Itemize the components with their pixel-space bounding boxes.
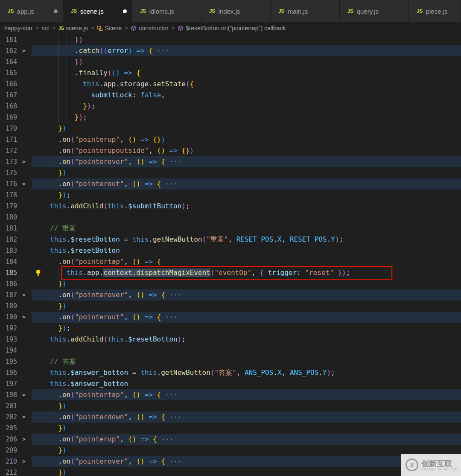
indent-guide: [42, 345, 50, 356]
code-token: this: [83, 80, 99, 88]
fold-chevron-icon[interactable]: >: [22, 289, 26, 301]
code-line-content: .on("pointertap", () => {: [17, 256, 461, 267]
indent-guide: [58, 45, 66, 56]
line-number: 210: [0, 456, 17, 467]
code-token: ,: [282, 368, 290, 377]
code-line-183[interactable]: 183this.$resetBotton: [0, 245, 461, 256]
code-line-178[interactable]: 178});: [0, 190, 461, 201]
code-token: {: [157, 313, 161, 321]
code-line-168[interactable]: 168});: [0, 101, 461, 112]
code-line-190[interactable]: 190>.on("pointerout", () => { ···: [0, 312, 461, 323]
code-line-201[interactable]: 201}): [0, 400, 461, 412]
code-line-165[interactable]: 165.finally(() => {: [0, 67, 461, 79]
breadcrumb-item-0[interactable]: happy-star: [4, 25, 32, 32]
code-line-186[interactable]: 186}): [0, 278, 461, 289]
code-token: (): [136, 457, 144, 465]
indent-pad: [17, 301, 34, 312]
code-token: .app.: [83, 269, 103, 277]
tab-idioms-js[interactable]: JSidioms.js: [132, 0, 201, 22]
code-line-185[interactable]: 185this.app.context.dispatchMagixEvent("…: [0, 267, 461, 278]
breadcrumb-item-5[interactable]: $resetBotton.on("pointertap") callback: [178, 25, 286, 32]
code-token: [136, 435, 140, 443]
indent-guide: [34, 334, 42, 345]
code-line-166[interactable]: 166this.app.storage.setState({: [0, 79, 461, 90]
code-token: .: [67, 235, 71, 243]
code-line-184[interactable]: 184.on("pointertap", () => {: [0, 256, 461, 267]
code-line-175[interactable]: 175}): [0, 167, 461, 178]
breadcrumb-separator-icon: >: [125, 25, 128, 31]
indent-guide: [34, 389, 42, 400]
indent-pad: [17, 101, 34, 112]
tab-index-js[interactable]: JSindex.js: [201, 0, 271, 22]
code-line-198[interactable]: 198>.on("pointertap", () => { ···: [0, 389, 461, 400]
fold-chevron-icon[interactable]: >: [22, 312, 26, 323]
breadcrumb-separator-icon: >: [172, 25, 175, 31]
code-token: .: [58, 291, 62, 299]
indent-guide: [50, 56, 58, 67]
code-line-196[interactable]: 196this.$answer_botton = this.getNewButt…: [0, 367, 461, 378]
fold-chevron-icon[interactable]: >: [22, 156, 26, 167]
line-number: 162: [0, 45, 17, 56]
code-line-172[interactable]: 172.on("pointerupoutside", () => {}): [0, 145, 461, 156]
indent-guide: [34, 467, 42, 476]
breadcrumb-item-4[interactable]: constructor: [131, 25, 168, 32]
indent-guide: [50, 134, 58, 145]
code-line-182[interactable]: 182this.$resetBotton = this.getNewButton…: [0, 234, 461, 245]
indent-guide: [34, 301, 42, 312]
code-token: .: [273, 368, 277, 377]
code-line-189[interactable]: 189}): [0, 301, 461, 312]
code-token: (: [70, 391, 75, 399]
tab-piece-js[interactable]: JSpiece.js: [409, 0, 461, 22]
indent-guide: [34, 178, 42, 190]
indent-guide: [42, 389, 50, 400]
code-line-167[interactable]: 167submitLock: false,: [0, 90, 461, 101]
code-line-209[interactable]: 209}): [0, 445, 461, 456]
tab-query-js[interactable]: JSquery.js: [340, 0, 409, 22]
breadcrumb-item-2[interactable]: JSscene.js: [58, 25, 88, 32]
tab-scene-js[interactable]: JSscene.js: [63, 0, 132, 22]
code-line-212[interactable]: 212}): [0, 467, 461, 476]
code-line-161[interactable]: 161}): [0, 34, 461, 45]
line-number: 192: [0, 323, 17, 334]
fold-chevron-icon[interactable]: >: [22, 456, 26, 467]
fold-chevron-icon[interactable]: >: [22, 434, 26, 445]
lightbulb-icon[interactable]: [35, 269, 41, 278]
code-line-173[interactable]: 173>.on("pointerover", () => { ···: [0, 156, 461, 167]
breadcrumb-item-3[interactable]: Scene: [97, 25, 122, 32]
code-line-176[interactable]: 176>.on("pointerout", () => { ···: [0, 178, 461, 190]
fold-chevron-icon[interactable]: >: [22, 178, 26, 190]
code-line-169[interactable]: 169});: [0, 112, 461, 123]
breadcrumb-separator-icon: >: [91, 25, 94, 31]
indent-guide: [50, 167, 58, 178]
code-line-210[interactable]: 210>.on("pointerover", () => { ···: [0, 456, 461, 467]
code-token: Y: [323, 368, 327, 377]
code-line-192[interactable]: 192});: [0, 323, 461, 334]
code-line-170[interactable]: 170}): [0, 123, 461, 134]
code-token: [145, 47, 149, 55]
line-number: 169: [0, 112, 17, 123]
code-line-193[interactable]: 193this.addChild(this.$resetBotton);: [0, 334, 461, 345]
code-line-180[interactable]: 180: [0, 212, 461, 223]
code-token: catch: [79, 47, 99, 55]
line-number: 196: [0, 367, 17, 378]
code-token: {: [260, 269, 264, 277]
tab-app-js[interactable]: JSapp.js: [0, 0, 63, 22]
code-line-206[interactable]: 206>.on("pointerup", () => { ···: [0, 434, 461, 445]
breadcrumb-item-1[interactable]: src: [41, 25, 50, 32]
code-line-162[interactable]: 162>.catch((error) => { ···: [0, 45, 461, 56]
indent-guide: [50, 67, 58, 79]
code-line-181[interactable]: 181// 重置: [0, 223, 461, 234]
code-line-187[interactable]: 187>.on("pointerover", () => { ···: [0, 289, 461, 301]
code-line-197[interactable]: 197this.$answer_botton: [0, 378, 461, 389]
code-line-205[interactable]: 205}): [0, 423, 461, 434]
tab-main-js[interactable]: JSmain.js: [271, 0, 340, 22]
fold-chevron-icon[interactable]: >: [22, 45, 26, 56]
code-line-179[interactable]: 179this.addChild(this.$submitButton);: [0, 201, 461, 212]
code-line-194[interactable]: 194: [0, 345, 461, 356]
code-line-202[interactable]: 202>.on("pointerdown", () => { ···: [0, 412, 461, 423]
code-line-164[interactable]: 164}): [0, 56, 461, 67]
code-line-195[interactable]: 195// 答案: [0, 356, 461, 367]
fold-chevron-icon[interactable]: >: [22, 412, 26, 423]
fold-chevron-icon[interactable]: >: [22, 389, 26, 400]
code-line-171[interactable]: 171.on("pointerup", () => {}): [0, 134, 461, 145]
